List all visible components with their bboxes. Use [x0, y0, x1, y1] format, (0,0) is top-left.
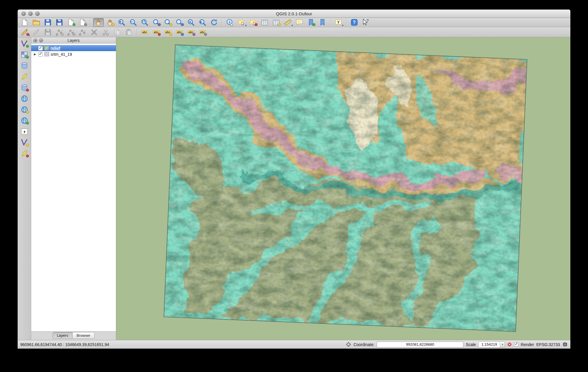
save-project-as-button[interactable]: ✎: [54, 18, 65, 27]
node-tool-button: [77, 27, 88, 37]
show-bookmarks-button[interactable]: [317, 18, 328, 27]
digitizing-labeling-toolbar: ✎: [18, 27, 570, 37]
badge-dot-icon: [73, 33, 75, 36]
layer-thumbnail-icon: [44, 46, 49, 50]
zoom-out-button[interactable]: −: [128, 18, 138, 27]
badge-dot-icon: [26, 144, 29, 146]
scale-label: Scale: [466, 342, 476, 347]
zoom-window-button[interactable]: [35, 12, 40, 16]
move-label-button[interactable]: [174, 27, 185, 37]
pan-to-selection-button[interactable]: [105, 18, 115, 27]
layer-list: relief srtm_41_19: [31, 44, 116, 331]
zoom-full-button[interactable]: [151, 18, 162, 27]
change-label-button[interactable]: [197, 27, 208, 37]
scale-combo[interactable]: [478, 341, 505, 347]
text-annotation-button[interactable]: [333, 18, 344, 27]
crs-status-button[interactable]: [562, 342, 568, 347]
badge-dot-icon: [26, 155, 29, 157]
close-window-button[interactable]: [21, 12, 26, 16]
zoom-to-selection-button[interactable]: [162, 18, 173, 27]
badge-dot-icon: [313, 23, 315, 26]
field-calculator-button[interactable]: [271, 18, 282, 27]
layer-row[interactable]: srtm_41_19: [31, 51, 116, 57]
panel-close-button[interactable]: [33, 38, 37, 42]
badge-dot-icon: [26, 89, 29, 92]
identify-button[interactable]: [225, 18, 235, 27]
whats-this-button[interactable]: [360, 18, 371, 27]
highlight-labels-button[interactable]: [162, 27, 173, 37]
layers-tab[interactable]: Layers: [53, 332, 73, 339]
new-bookmark-button[interactable]: [306, 18, 316, 27]
stop-render-icon[interactable]: [507, 342, 512, 347]
badge-dot-icon: [26, 56, 29, 59]
badge-dot-icon: [84, 23, 87, 26]
relief-raster-layer: [164, 44, 528, 332]
add-mssql-layer-button[interactable]: [19, 83, 30, 92]
browser-tab[interactable]: Browser: [73, 332, 95, 339]
scale-combo-arrow-icon[interactable]: [500, 342, 505, 347]
new-shapefile-layer-button[interactable]: [19, 137, 30, 147]
render-checkbox[interactable]: [514, 342, 518, 347]
pan-map-button[interactable]: [93, 18, 104, 27]
new-project-button[interactable]: [19, 18, 30, 27]
paste-features-button: [123, 27, 134, 37]
map-canvas[interactable]: [116, 37, 570, 340]
add-feature-button: [54, 27, 65, 37]
new-composer-button[interactable]: [66, 18, 76, 27]
coordinate-input[interactable]: [377, 341, 463, 347]
dock-tab-label: Browser: [77, 333, 90, 338]
layer-visibility-checkbox[interactable]: [38, 46, 43, 51]
panel-float-button[interactable]: [39, 38, 43, 42]
expand-arrow-icon[interactable]: [33, 53, 37, 56]
layer-name: srtm_41_19: [51, 52, 72, 57]
add-wcs-layer-button[interactable]: [19, 105, 30, 114]
map-tips-button[interactable]: [294, 18, 305, 27]
layer-name: relief: [51, 46, 60, 51]
layer-thumbnail-icon: [44, 52, 49, 56]
badge-dot-icon: [26, 45, 29, 48]
add-delimited-text-button[interactable]: [19, 127, 30, 136]
window-titlebar[interactable]: QGIS 2.0.1-Dufour: [18, 10, 570, 18]
zoom-to-layer-button[interactable]: [174, 18, 185, 27]
window-title: QGIS 2.0.1-Dufour: [276, 11, 312, 16]
zoom-last-button[interactable]: ◂: [186, 18, 196, 27]
refresh-button[interactable]: [209, 18, 219, 27]
deselect-features-button[interactable]: [248, 18, 258, 27]
badge-dot-icon: [26, 111, 29, 114]
add-wms-layer-button[interactable]: [19, 94, 30, 103]
add-spatialite-layer-button[interactable]: [19, 72, 30, 81]
open-attribute-table-button[interactable]: [259, 18, 270, 27]
zoom-in-button[interactable]: +: [116, 18, 127, 27]
zoom-native-button[interactable]: 1:1: [139, 18, 150, 27]
new-spatialite-layer-button[interactable]: [19, 148, 30, 158]
badge-dot-icon: [112, 23, 114, 26]
current-edits-button[interactable]: [19, 27, 30, 37]
select-features-button[interactable]: [236, 18, 247, 27]
toolbar-separator: [222, 19, 222, 26]
mouse-position-icon[interactable]: [346, 342, 351, 347]
qgis-window: QGIS 2.0.1-Dufour ✎: [18, 10, 570, 349]
composer-manager-button[interactable]: [77, 18, 88, 27]
window-controls: [21, 12, 40, 16]
pin-labels-button[interactable]: [151, 27, 162, 37]
badge-dot-icon: [278, 23, 281, 26]
layer-visibility-checkbox[interactable]: [38, 52, 43, 57]
labeling-button[interactable]: [139, 27, 150, 37]
open-project-button[interactable]: [31, 18, 42, 27]
badge-dot-icon: [26, 122, 29, 124]
measure-button[interactable]: [282, 18, 293, 27]
zoom-next-button[interactable]: ▸: [197, 18, 208, 27]
layer-row[interactable]: relief: [31, 45, 116, 51]
save-project-button[interactable]: [42, 18, 53, 27]
help-button[interactable]: [349, 18, 360, 27]
minimize-window-button[interactable]: [28, 12, 33, 16]
toolbar-separator: [330, 19, 331, 26]
render-label: Render: [521, 342, 534, 347]
scale-input[interactable]: [478, 342, 500, 347]
add-vector-layer-button[interactable]: [19, 39, 30, 49]
add-postgis-layer-button[interactable]: [19, 61, 30, 70]
add-wfs-layer-button[interactable]: [19, 116, 30, 125]
map-extents-readout: 960961.66,6194744.40 : 1046649.39,625165…: [20, 342, 109, 347]
rotate-label-button[interactable]: [186, 27, 196, 37]
add-raster-layer-button[interactable]: [19, 50, 30, 59]
